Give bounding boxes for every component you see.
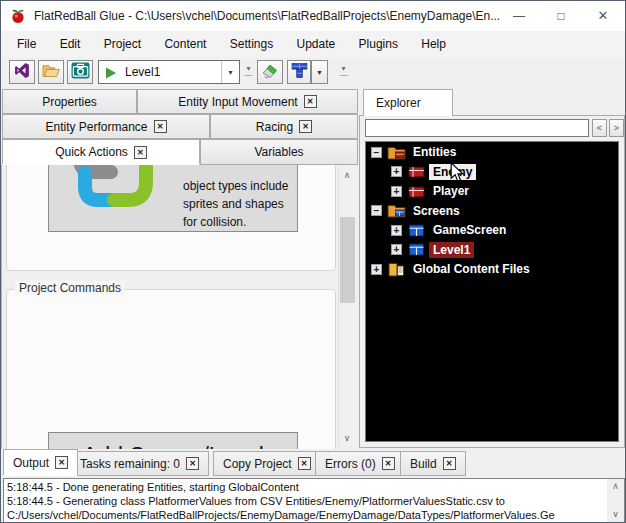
tab-close-icon[interactable]: ✕ (299, 120, 312, 133)
toolbar-overflow-grip[interactable]: ▾— (339, 66, 348, 80)
project-tree: − Entities + (365, 141, 619, 442)
tab-properties[interactable]: Properties (2, 89, 137, 114)
tab-errors[interactable]: Errors (0) ✕ (315, 451, 405, 476)
tab-close-icon[interactable]: ✕ (304, 95, 317, 108)
menu-edit[interactable]: Edit (50, 31, 91, 57)
tab-label: Variables (254, 145, 303, 159)
collapse-toggle-icon[interactable]: − (371, 205, 382, 216)
menu-file[interactable]: File (7, 31, 46, 57)
tab-close-icon[interactable]: ✕ (55, 456, 68, 469)
tab-racing[interactable]: Racing ✕ (210, 114, 358, 139)
chevron-down-icon[interactable]: ▼ (221, 61, 239, 83)
menu-project[interactable]: Project (94, 31, 151, 57)
tab-build[interactable]: Build ✕ (400, 451, 466, 476)
collapse-toggle-icon[interactable]: − (371, 147, 382, 158)
tab-close-icon[interactable]: ✕ (154, 120, 167, 133)
tab-label: Racing (256, 120, 293, 134)
global-content-folder-icon (387, 262, 406, 277)
tileset-tool-button[interactable] (287, 60, 311, 84)
tree-item-player[interactable]: + Player (366, 182, 618, 201)
tree-item-global-content[interactable]: + Global Content Files (366, 260, 618, 279)
tree-item-label: Global Content Files (409, 261, 534, 277)
tileset-dropdown-button[interactable]: ▼ (311, 60, 328, 84)
explorer-panel: Explorer < > − (359, 89, 626, 449)
open-in-visual-studio-button[interactable] (9, 60, 35, 84)
tab-row-1: Properties Entity Input Movement ✕ (2, 89, 358, 114)
menu-content[interactable]: Content (154, 31, 216, 57)
scroll-up-icon[interactable]: ∧ (607, 479, 624, 494)
grip-arrow-icon: ▾ (341, 64, 345, 73)
tab-row-3: Quick Actions ✕ Variables (2, 139, 358, 165)
toolbar-overflow-grip[interactable]: ▾— (244, 66, 253, 80)
scroll-down-icon[interactable]: ∨ (607, 507, 624, 522)
entities-folder-icon (387, 145, 406, 160)
open-folder-button[interactable] (38, 60, 64, 84)
entity-commands-groupbox: object types include sprites and shapes … (6, 165, 336, 271)
quick-actions-panel: object types include sprites and shapes … (1, 165, 358, 449)
add-screen-card[interactable]: Add Screen/Level (48, 432, 298, 449)
menu-settings[interactable]: Settings (220, 31, 283, 57)
window-title: FlatRedBall Glue - C:\Users\vchel\Docume… (34, 9, 500, 23)
menu-update[interactable]: Update (287, 31, 346, 57)
tree-item-label: Level1 (429, 242, 474, 258)
expand-toggle-icon[interactable]: + (391, 186, 402, 197)
tab-entity-performance[interactable]: Entity Performance ✕ (2, 114, 210, 139)
mouse-cursor-icon (450, 162, 465, 183)
entity-icon (407, 164, 426, 179)
tab-close-icon[interactable]: ✕ (382, 457, 395, 470)
minimize-button[interactable]: — (499, 1, 539, 31)
tab-row-2: Entity Performance ✕ Racing ✕ (2, 114, 358, 139)
run-target-dropdown[interactable]: Level1 ▼ (98, 60, 240, 84)
tab-label: Entity Input Movement (178, 95, 297, 109)
title-bar: FlatRedBall Glue - C:\Users\vchel\Docume… (1, 1, 625, 31)
menu-help[interactable]: Help (411, 31, 456, 57)
maximize-button[interactable]: □ (541, 1, 581, 31)
scrollbar-thumb[interactable] (340, 217, 355, 303)
menu-plugins[interactable]: Plugins (349, 31, 408, 57)
tab-label: Copy Project (223, 457, 292, 471)
output-scrollbar[interactable]: ∧ ∨ (607, 479, 624, 523)
expand-toggle-icon[interactable]: + (371, 264, 382, 275)
navigate-back-button[interactable]: < (592, 119, 607, 137)
tree-item-level1[interactable]: + Level1 (366, 240, 618, 259)
tab-close-icon[interactable]: ✕ (298, 457, 311, 470)
expand-toggle-icon[interactable]: + (391, 244, 402, 255)
tree-item-label: Entities (409, 144, 460, 160)
scroll-up-icon[interactable]: ∧ (339, 167, 355, 184)
expand-toggle-icon[interactable]: + (391, 225, 402, 236)
play-icon (105, 67, 117, 79)
screenshot-button[interactable] (67, 60, 93, 84)
tab-explorer[interactable]: Explorer (363, 89, 453, 116)
run-target-value: Level1 (125, 65, 160, 79)
tab-tasks-remaining[interactable]: Tasks remaining: 0 ✕ (70, 451, 209, 476)
entity-icon (407, 184, 426, 199)
output-log[interactable]: 5:18:44.5 - Done generating Entities, st… (3, 478, 625, 523)
navigate-forward-button[interactable]: > (609, 119, 624, 137)
visual-studio-icon (14, 62, 31, 82)
tree-item-entities[interactable]: − Entities (366, 143, 618, 162)
chevron-down-icon: ▼ (316, 69, 323, 76)
search-input[interactable] (365, 119, 589, 137)
tab-quick-actions[interactable]: Quick Actions ✕ (2, 139, 200, 165)
tab-close-icon[interactable]: ✕ (186, 457, 199, 470)
eraser-tool-button[interactable] (257, 60, 283, 84)
close-button[interactable]: ✕ (583, 1, 623, 31)
tab-entity-input-movement[interactable]: Entity Input Movement ✕ (137, 89, 358, 114)
tree-item-gamescreen[interactable]: + GameScreen (366, 221, 618, 240)
tab-close-icon[interactable]: ✕ (134, 146, 147, 159)
tab-copy-project[interactable]: Copy Project ✕ (213, 451, 321, 476)
quick-actions-scrollbar[interactable]: ∧ ∨ (338, 167, 355, 447)
tab-output[interactable]: Output ✕ (3, 449, 78, 476)
screens-folder-icon (387, 203, 406, 218)
output-line: 5:18:44.5 - Generating class PlatformerV… (7, 494, 604, 508)
tree-item-enemy[interactable]: + Enemy (366, 162, 618, 181)
bottom-tab-strip: Output ✕ Tasks remaining: 0 ✕ Copy Proje… (1, 449, 625, 477)
add-entity-description: object types include sprites and shapes … (183, 177, 295, 231)
tab-variables[interactable]: Variables (200, 139, 358, 165)
tree-item-label: Player (429, 183, 473, 199)
tab-close-icon[interactable]: ✕ (443, 457, 456, 470)
expand-toggle-icon[interactable]: + (391, 166, 402, 177)
add-entity-card[interactable]: object types include sprites and shapes … (48, 165, 298, 232)
scroll-down-icon[interactable]: ∨ (339, 430, 355, 447)
tree-item-screens[interactable]: − Screens (366, 201, 618, 220)
